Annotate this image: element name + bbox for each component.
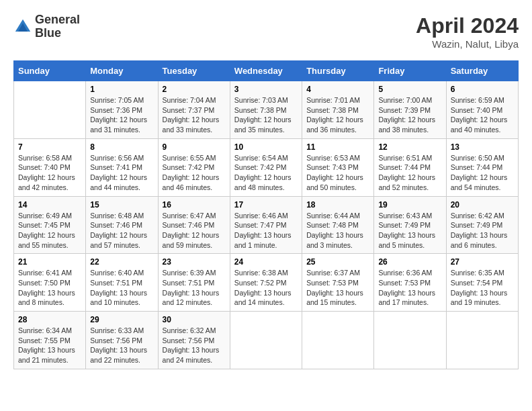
calendar-cell [302,312,374,369]
logo-text: General Blue [35,13,80,40]
day-info: Sunrise: 6:39 AMSunset: 7:51 PMDaylight:… [163,268,226,308]
calendar-week-row: 7Sunrise: 6:58 AMSunset: 7:40 PMDaylight… [14,138,519,196]
calendar-cell: 15Sunrise: 6:48 AMSunset: 7:46 PMDayligh… [86,196,158,254]
day-number: 3 [234,85,298,94]
calendar-cell: 2Sunrise: 7:04 AMSunset: 7:37 PMDaylight… [158,81,230,139]
calendar-cell [14,81,86,139]
day-number: 17 [234,200,298,210]
calendar-cell: 4Sunrise: 7:01 AMSunset: 7:38 PMDaylight… [302,81,374,139]
day-info: Sunrise: 7:00 AMSunset: 7:39 PMDaylight:… [378,95,441,135]
day-number: 12 [378,142,441,152]
calendar-cell: 8Sunrise: 6:56 AMSunset: 7:41 PMDaylight… [86,138,158,196]
calendar-cell: 22Sunrise: 6:40 AMSunset: 7:51 PMDayligh… [86,254,158,312]
calendar-cell: 30Sunrise: 6:32 AMSunset: 7:56 PMDayligh… [158,312,230,369]
day-number: 8 [90,142,153,152]
logo: General Blue [13,13,80,40]
day-info: Sunrise: 6:51 AMSunset: 7:44 PMDaylight:… [378,153,441,193]
calendar-cell: 24Sunrise: 6:38 AMSunset: 7:52 PMDayligh… [230,254,302,312]
day-info: Sunrise: 6:55 AMSunset: 7:42 PMDaylight:… [163,153,226,193]
day-number: 18 [306,200,369,210]
calendar-cell: 13Sunrise: 6:50 AMSunset: 7:44 PMDayligh… [446,138,518,196]
day-info: Sunrise: 6:34 AMSunset: 7:55 PMDaylight:… [18,326,81,365]
logo-icon [13,17,32,36]
column-header-tuesday: Tuesday [158,61,230,81]
calendar-cell: 19Sunrise: 6:43 AMSunset: 7:49 PMDayligh… [374,196,446,254]
calendar-week-row: 14Sunrise: 6:49 AMSunset: 7:45 PMDayligh… [14,196,519,254]
day-info: Sunrise: 6:32 AMSunset: 7:56 PMDaylight:… [163,326,226,365]
page-subtitle: Wazin, Nalut, Libya [416,38,519,50]
day-number: 11 [306,142,369,152]
day-info: Sunrise: 6:37 AMSunset: 7:53 PMDaylight:… [306,268,369,308]
day-info: Sunrise: 6:50 AMSunset: 7:44 PMDaylight:… [451,153,514,193]
day-info: Sunrise: 6:44 AMSunset: 7:48 PMDaylight:… [306,211,369,250]
calendar-cell: 23Sunrise: 6:39 AMSunset: 7:51 PMDayligh… [158,254,230,312]
calendar-week-row: 28Sunrise: 6:34 AMSunset: 7:55 PMDayligh… [14,312,519,369]
calendar-table: SundayMondayTuesdayWednesdayThursdayFrid… [13,60,519,369]
day-number: 23 [163,257,226,267]
calendar-cell: 1Sunrise: 7:05 AMSunset: 7:36 PMDaylight… [86,81,158,139]
column-header-friday: Friday [374,61,446,81]
calendar-cell: 6Sunrise: 6:59 AMSunset: 7:40 PMDaylight… [446,81,518,139]
day-info: Sunrise: 6:49 AMSunset: 7:45 PMDaylight:… [18,211,81,250]
day-info: Sunrise: 7:03 AMSunset: 7:38 PMDaylight:… [234,95,298,135]
column-header-monday: Monday [86,61,158,81]
calendar-cell: 11Sunrise: 6:53 AMSunset: 7:43 PMDayligh… [302,138,374,196]
day-number: 15 [90,200,153,210]
day-number: 1 [90,85,153,94]
day-info: Sunrise: 6:38 AMSunset: 7:52 PMDaylight:… [234,268,298,308]
day-info: Sunrise: 6:46 AMSunset: 7:47 PMDaylight:… [234,211,298,250]
calendar-cell [230,312,302,369]
day-info: Sunrise: 6:54 AMSunset: 7:42 PMDaylight:… [234,153,298,193]
calendar-cell [446,312,518,369]
calendar-cell [374,312,446,369]
day-number: 5 [378,85,441,94]
calendar-cell: 28Sunrise: 6:34 AMSunset: 7:55 PMDayligh… [14,312,86,369]
day-number: 25 [306,257,369,267]
column-header-thursday: Thursday [302,61,374,81]
day-number: 29 [90,315,153,324]
day-number: 14 [18,200,81,210]
day-number: 28 [18,315,81,324]
calendar-cell: 16Sunrise: 6:47 AMSunset: 7:46 PMDayligh… [158,196,230,254]
day-info: Sunrise: 6:40 AMSunset: 7:51 PMDaylight:… [90,268,153,308]
day-number: 27 [451,257,514,267]
day-number: 6 [451,85,514,94]
calendar-cell: 10Sunrise: 6:54 AMSunset: 7:42 PMDayligh… [230,138,302,196]
calendar-cell: 3Sunrise: 7:03 AMSunset: 7:38 PMDaylight… [230,81,302,139]
column-header-sunday: Sunday [14,61,86,81]
day-info: Sunrise: 7:04 AMSunset: 7:37 PMDaylight:… [163,95,226,135]
day-number: 21 [18,257,81,267]
calendar-cell: 18Sunrise: 6:44 AMSunset: 7:48 PMDayligh… [302,196,374,254]
day-info: Sunrise: 6:35 AMSunset: 7:54 PMDaylight:… [451,268,514,308]
calendar-cell: 27Sunrise: 6:35 AMSunset: 7:54 PMDayligh… [446,254,518,312]
day-number: 9 [163,142,226,152]
day-number: 7 [18,142,81,152]
day-number: 20 [451,200,514,210]
calendar-cell: 5Sunrise: 7:00 AMSunset: 7:39 PMDaylight… [374,81,446,139]
day-number: 26 [378,257,441,267]
day-info: Sunrise: 6:59 AMSunset: 7:40 PMDaylight:… [451,95,514,135]
page-header: General Blue April 2024 Wazin, Nalut, Li… [13,13,519,50]
calendar-week-row: 1Sunrise: 7:05 AMSunset: 7:36 PMDaylight… [14,81,519,139]
day-number: 2 [163,85,226,94]
day-number: 10 [234,142,298,152]
calendar-cell: 26Sunrise: 6:36 AMSunset: 7:53 PMDayligh… [374,254,446,312]
calendar-cell: 21Sunrise: 6:41 AMSunset: 7:50 PMDayligh… [14,254,86,312]
day-info: Sunrise: 7:05 AMSunset: 7:36 PMDaylight:… [90,95,153,135]
calendar-cell: 7Sunrise: 6:58 AMSunset: 7:40 PMDaylight… [14,138,86,196]
calendar-cell: 29Sunrise: 6:33 AMSunset: 7:56 PMDayligh… [86,312,158,369]
day-info: Sunrise: 6:48 AMSunset: 7:46 PMDaylight:… [90,211,153,250]
title-block: April 2024 Wazin, Nalut, Libya [416,13,519,50]
day-number: 13 [451,142,514,152]
day-info: Sunrise: 7:01 AMSunset: 7:38 PMDaylight:… [306,95,369,135]
day-info: Sunrise: 6:41 AMSunset: 7:50 PMDaylight:… [18,268,81,308]
column-header-wednesday: Wednesday [230,61,302,81]
calendar-cell: 20Sunrise: 6:42 AMSunset: 7:49 PMDayligh… [446,196,518,254]
calendar-cell: 17Sunrise: 6:46 AMSunset: 7:47 PMDayligh… [230,196,302,254]
page-title: April 2024 [416,13,519,38]
day-info: Sunrise: 6:53 AMSunset: 7:43 PMDaylight:… [306,153,369,193]
day-info: Sunrise: 6:36 AMSunset: 7:53 PMDaylight:… [378,268,441,308]
calendar-cell: 25Sunrise: 6:37 AMSunset: 7:53 PMDayligh… [302,254,374,312]
calendar-header-row: SundayMondayTuesdayWednesdayThursdayFrid… [14,61,519,81]
day-number: 24 [234,257,298,267]
